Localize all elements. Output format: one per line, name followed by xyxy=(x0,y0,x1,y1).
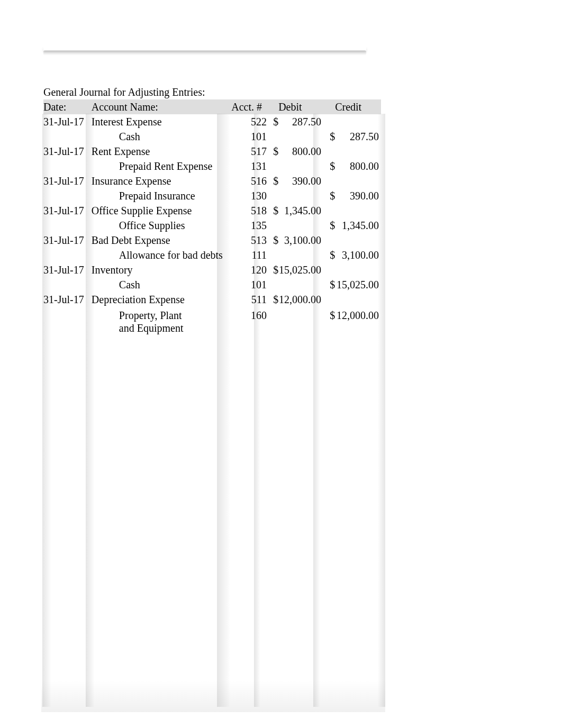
cell-debit-symbol: $ xyxy=(268,114,278,129)
column-shadow xyxy=(86,114,101,707)
header-name: Account Name: xyxy=(92,99,230,114)
cell-account-name: Depreciation Expense xyxy=(92,292,230,307)
cell-debit-symbol xyxy=(268,218,278,233)
cell-account-name: Rent Expense xyxy=(92,144,230,159)
cell-debit-symbol: $ xyxy=(268,203,278,218)
cell-credit-symbol: $ xyxy=(324,218,335,233)
cell-account-name: Prepaid Rent Expense xyxy=(92,159,230,174)
cell-credit-symbol: $ xyxy=(324,248,335,262)
column-shadow xyxy=(313,114,325,707)
cell-account-name: Cash xyxy=(92,277,230,292)
cell-account-name: Bad Debt Expense xyxy=(92,233,230,248)
header-debit: Debit xyxy=(278,99,324,114)
cell-account-name: Office Supplie Expense xyxy=(92,203,230,218)
cell-account-name: Interest Expense xyxy=(92,114,230,129)
cell-credit-symbol xyxy=(324,144,335,159)
cell-credit-symbol xyxy=(324,174,335,188)
cell-credit-symbol xyxy=(324,203,335,218)
cell-account-name: Allowance for bad debts xyxy=(92,248,230,262)
cell-debit-symbol xyxy=(268,248,278,262)
column-shadow xyxy=(373,114,385,707)
cell-credit-symbol: $ xyxy=(324,188,335,203)
cell-account-name: Prepaid Insurance xyxy=(92,188,230,203)
cell-debit-symbol: $ xyxy=(268,174,278,188)
cell-account-name: Office Supplies xyxy=(92,218,230,233)
cell-debit-symbol xyxy=(268,188,278,203)
journal-title: General Journal for Adjusting Entries: xyxy=(43,86,205,98)
column-shadow xyxy=(254,114,265,707)
header-debit-sym xyxy=(268,99,278,114)
cell-credit-symbol: $ xyxy=(324,307,335,322)
header-credit-sym xyxy=(324,99,335,114)
cell-debit-symbol xyxy=(268,277,278,292)
cell-credit-symbol xyxy=(324,292,335,307)
cell-debit-symbol xyxy=(268,307,278,322)
cell-debit-symbol: $ xyxy=(268,233,278,248)
column-shadow xyxy=(42,114,57,707)
page-top-shadow xyxy=(43,50,366,56)
header-credit: Credit xyxy=(335,99,381,114)
cell-debit-symbol xyxy=(268,129,278,144)
cell-debit-symbol: $ xyxy=(268,144,278,159)
cell-account-name: Property, Plant and Equipment xyxy=(92,307,197,322)
cell-credit-symbol xyxy=(324,262,335,277)
header-acct: Acct. # xyxy=(230,99,268,114)
header-date: Date: xyxy=(43,99,92,114)
cell-debit-symbol xyxy=(268,159,278,174)
cell-credit-symbol: $ xyxy=(324,129,335,144)
column-shadow xyxy=(217,114,239,707)
cell-credit-symbol xyxy=(324,114,335,129)
cell-account-name: Cash xyxy=(92,129,230,144)
cell-credit-symbol: $ xyxy=(324,277,335,292)
cell-debit-symbol: $ xyxy=(268,292,278,307)
journal-header-row: Date: Account Name: Acct. # Debit Credit xyxy=(43,99,381,114)
cell-debit-symbol: $ xyxy=(268,262,278,277)
page-bottom-fade xyxy=(41,680,385,712)
cell-credit-symbol xyxy=(324,233,335,248)
cell-account-name: Insurance Expense xyxy=(92,174,230,188)
cell-account-name: Inventory xyxy=(92,262,230,277)
cell-credit-symbol: $ xyxy=(324,159,335,174)
